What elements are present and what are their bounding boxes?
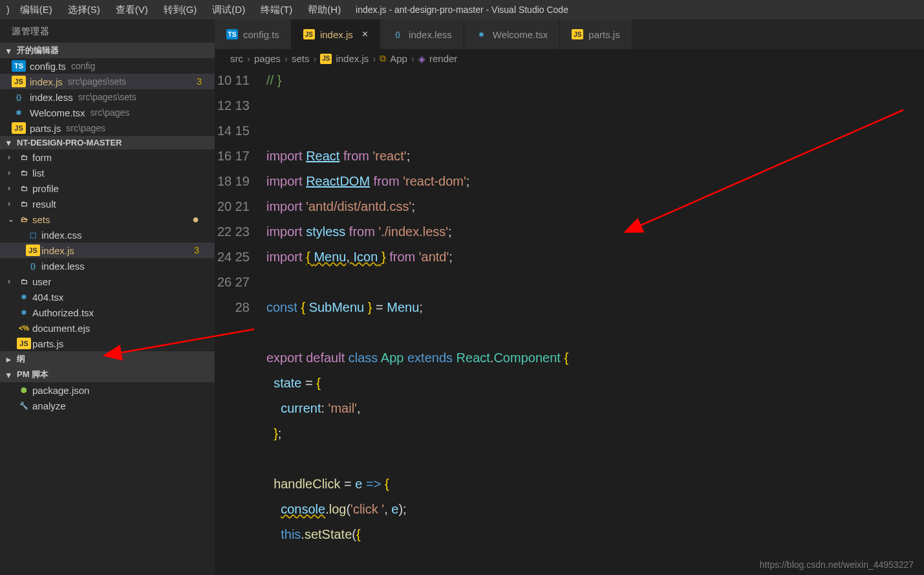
- folder-icon: 🗀: [17, 198, 31, 210]
- folder-icon: 🗀: [17, 276, 31, 287]
- folder-item[interactable]: ›🗀profile: [0, 180, 215, 196]
- item-name: Authorized.tsx: [32, 307, 94, 318]
- menu-item[interactable]: 转到(G): [156, 1, 205, 19]
- problems-badge: 3: [194, 245, 208, 255]
- chevron-right-icon: ›: [8, 199, 17, 208]
- breadcrumb-item[interactable]: App: [390, 53, 407, 64]
- menubar: ) 编辑(E)选择(S)查看(V)转到(G)调试(D)终端(T)帮助(H) in…: [0, 0, 924, 19]
- editor-tab[interactable]: JSparts.js: [560, 19, 632, 49]
- open-editors-label: 开的编辑器: [17, 45, 59, 56]
- tab-name: config.ts: [243, 29, 279, 40]
- code-content[interactable]: // } import React from 'react'; import R…: [266, 68, 924, 575]
- npm-header[interactable]: ▾ PM 脚本: [0, 367, 215, 382]
- item-name: form: [32, 152, 52, 163]
- npm-item-name: analyze: [32, 400, 66, 411]
- folder-item[interactable]: ⌄🗁sets●: [0, 212, 215, 227]
- code-editor[interactable]: 10 11 12 13 14 15 16 17 18 19 20 21 22 2…: [215, 68, 924, 575]
- sidebar: 源管理器 ▾ 开的编辑器 TSconfig.tsconfigJSindex.js…: [0, 19, 215, 575]
- js-icon: JS: [12, 122, 26, 134]
- react-icon: ⚛: [17, 307, 31, 318]
- editor-area: TSconfig.tsJSindex.js×{}index.less⚛Welco…: [215, 19, 924, 575]
- open-editor-item[interactable]: ⚛Welcome.tsxsrc\pages: [0, 105, 215, 120]
- file-path: src\pages: [66, 123, 105, 133]
- menu-item[interactable]: 选择(S): [60, 1, 108, 19]
- breadcrumb-item[interactable]: render: [429, 53, 457, 64]
- file-item[interactable]: ⚛Authorized.tsx: [0, 305, 215, 320]
- menu-item[interactable]: 终端(T): [253, 1, 300, 19]
- item-name: index.less: [41, 261, 85, 272]
- file-item[interactable]: JSindex.js3: [0, 243, 215, 258]
- chevron-down-icon: ▾: [6, 370, 17, 380]
- open-editor-item[interactable]: {}index.lesssrc\pages\sets: [0, 89, 215, 105]
- project-label: NT-DESIGN-PRO-MASTER: [17, 138, 122, 147]
- breadcrumb-item[interactable]: sets: [292, 53, 310, 64]
- editor-tab[interactable]: TSconfig.ts: [215, 19, 292, 49]
- folder-open-icon: 🗁: [17, 213, 31, 225]
- file-name: Welcome.tsx: [30, 107, 85, 118]
- npm-item[interactable]: 🔧analyze: [0, 398, 215, 413]
- chevron-right-icon: ›: [372, 53, 376, 64]
- editor-tabs: TSconfig.tsJSindex.js×{}index.less⚛Welco…: [215, 19, 924, 49]
- sidebar-title: 源管理器: [0, 19, 215, 43]
- outline-header[interactable]: ▸ 纲: [0, 351, 215, 367]
- folder-item[interactable]: ›🗀form: [0, 149, 215, 165]
- open-editor-item[interactable]: JSparts.jssrc\pages: [0, 120, 215, 136]
- editor-tab[interactable]: JSindex.js×: [292, 19, 380, 49]
- ts-icon: TS: [12, 60, 26, 72]
- npm-icon: ⬢: [17, 384, 31, 396]
- breadcrumb-item[interactable]: index.js: [336, 53, 369, 64]
- js-icon: JS: [572, 29, 583, 39]
- symbol-class-icon: ⧉: [380, 53, 386, 64]
- open-editors-header[interactable]: ▾ 开的编辑器: [0, 43, 215, 58]
- file-item[interactable]: JSparts.js: [0, 336, 215, 351]
- file-item[interactable]: <%document.ejs: [0, 320, 215, 336]
- close-icon[interactable]: ×: [362, 28, 368, 40]
- symbol-method-icon: ◈: [418, 54, 425, 64]
- open-editors-list: TSconfig.tsconfigJSindex.jssrc\pages\set…: [0, 58, 215, 136]
- outline-label: 纲: [17, 353, 25, 365]
- file-name: index.js: [30, 76, 63, 87]
- open-editor-item[interactable]: TSconfig.tsconfig: [0, 58, 215, 74]
- breadcrumbs[interactable]: src›pages›sets›JSindex.js›⧉App›◈render: [215, 49, 924, 68]
- folder-item[interactable]: ›🗀user: [0, 274, 215, 289]
- open-editor-item[interactable]: JSindex.jssrc\pages\sets3: [0, 74, 215, 89]
- file-item[interactable]: ⚛404.tsx: [0, 289, 215, 305]
- tab-name: Welcome.tsx: [493, 29, 548, 40]
- file-item[interactable]: ⬚index.css: [0, 227, 215, 243]
- folder-item[interactable]: ›🗀result: [0, 196, 215, 212]
- chevron-right-icon: ›: [247, 53, 250, 64]
- window-title: index.js - ant-design-pro-master - Visua…: [356, 5, 568, 15]
- project-header[interactable]: ▾ NT-DESIGN-PRO-MASTER: [0, 136, 215, 149]
- breadcrumb-item[interactable]: pages: [254, 53, 281, 64]
- editor-tab[interactable]: {}index.less: [380, 19, 464, 49]
- menu-item[interactable]: 帮助(H): [300, 1, 349, 19]
- npm-item[interactable]: ⬢package.json: [0, 382, 215, 398]
- tab-name: index.js: [320, 29, 353, 40]
- js-icon: JS: [303, 29, 315, 39]
- editor-tab[interactable]: ⚛Welcome.tsx: [464, 19, 561, 49]
- menu-item[interactable]: 编辑(E): [12, 1, 60, 19]
- menu-item[interactable]: 调试(D): [204, 1, 253, 19]
- item-name: list: [32, 168, 44, 179]
- menu-item[interactable]: 查看(V): [108, 1, 156, 19]
- problems-badge: 3: [197, 76, 208, 87]
- js-icon: JS: [320, 54, 332, 64]
- chevron-right-icon: ›: [411, 53, 414, 64]
- file-path: src\pages: [91, 107, 130, 118]
- menubar-leading: ): [6, 5, 12, 15]
- less-icon: {}: [12, 91, 26, 103]
- folder-item[interactable]: ›🗀list: [0, 165, 215, 180]
- chevron-down-icon: ⌄: [8, 215, 17, 224]
- npm-label: PM 脚本: [17, 369, 48, 380]
- chevron-down-icon: ▾: [6, 46, 17, 56]
- chevron-right-icon: ›: [285, 53, 288, 64]
- tab-name: index.less: [409, 29, 452, 40]
- file-item[interactable]: {}index.less: [0, 258, 215, 274]
- chevron-right-icon: ›: [8, 168, 17, 177]
- chevron-down-icon: ▾: [6, 138, 17, 147]
- less-icon: {}: [392, 29, 403, 39]
- folder-icon: 🗀: [17, 151, 31, 163]
- chevron-right-icon: ›: [313, 53, 316, 64]
- item-name: sets: [32, 214, 50, 225]
- breadcrumb-item[interactable]: src: [230, 53, 243, 64]
